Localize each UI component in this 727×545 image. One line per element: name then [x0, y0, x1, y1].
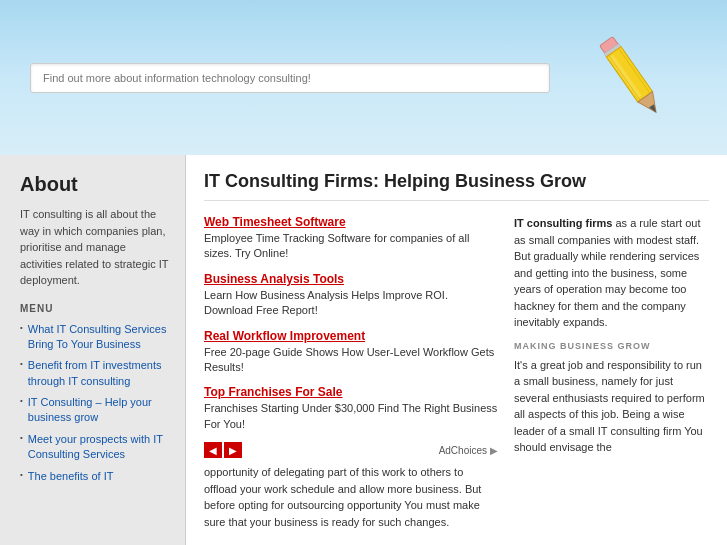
bullet-icon: • [20, 470, 23, 479]
ad-link-0[interactable]: Web Timesheet Software [204, 215, 498, 229]
list-item: • Benefit from IT investments through IT… [20, 358, 170, 389]
sidebar-item-benefit-from[interactable]: Benefit from IT investments through IT c… [28, 358, 170, 389]
bullet-icon: • [20, 433, 23, 442]
list-item: • What IT Consulting Services Bring To Y… [20, 322, 170, 353]
ad-link-1[interactable]: Business Analysis Tools [204, 272, 498, 286]
right-body-text: It's a great job and responsibility to r… [514, 357, 709, 456]
sidebar: About IT consulting is all about the way… [0, 155, 185, 545]
ad-prev-button[interactable]: ◀ [204, 442, 222, 458]
article-continuation: opportunity of delegating part of this w… [204, 464, 498, 530]
ad-choices-label: AdChoices [439, 445, 487, 456]
ad-desc-0: Employee Time Tracking Software for comp… [204, 231, 498, 262]
ad-desc-1: Learn How Business Analysis Helps Improv… [204, 288, 498, 319]
sidebar-item-meet-prospects[interactable]: Meet your prospects with IT Consulting S… [28, 432, 170, 463]
sidebar-menu: • What IT Consulting Services Bring To Y… [20, 322, 170, 485]
ad-nav-buttons: ◀ ▶ [204, 442, 242, 458]
ad-desc-3: Franchises Starting Under $30,000 Find T… [204, 401, 498, 432]
pencil-icon [567, 23, 697, 133]
article-left: Web Timesheet Software Employee Time Tra… [204, 215, 498, 530]
ad-item-1: Business Analysis Tools Learn How Busine… [204, 272, 498, 319]
ad-next-button[interactable]: ▶ [224, 442, 242, 458]
ad-link-3[interactable]: Top Franchises For Sale [204, 385, 498, 399]
article-columns: Web Timesheet Software Employee Time Tra… [204, 215, 709, 530]
article-area: IT Consulting Firms: Helping Business Gr… [185, 155, 727, 545]
header [0, 0, 727, 155]
ad-choices: AdChoices ▶ [439, 445, 498, 456]
right-intro-strong: IT consulting firms [514, 217, 612, 229]
ad-desc-2: Free 20-page Guide Shows How User-Level … [204, 345, 498, 376]
ad-nav-bar: ◀ ▶ AdChoices ▶ [204, 442, 498, 458]
sidebar-item-what-it-consulting[interactable]: What IT Consulting Services Bring To You… [28, 322, 170, 353]
list-item: • Meet your prospects with IT Consulting… [20, 432, 170, 463]
bullet-icon: • [20, 323, 23, 332]
bullet-icon: • [20, 396, 23, 405]
search-container[interactable] [30, 63, 550, 93]
sidebar-title: About [20, 173, 170, 196]
right-intro-rest: as a rule start out as small companies w… [514, 217, 700, 328]
making-business-label: MAKING BUSINESS GROW [514, 341, 709, 351]
right-intro-text: IT consulting firms as a rule start out … [514, 215, 709, 331]
sidebar-description: IT consulting is all about the way in wh… [20, 206, 170, 289]
ad-item-3: Top Franchises For Sale Franchises Start… [204, 385, 498, 432]
ad-link-2[interactable]: Real Workflow Improvement [204, 329, 498, 343]
sidebar-item-it-consulting-help[interactable]: IT Consulting – Help your business grow [28, 395, 170, 426]
ad-item-0: Web Timesheet Software Employee Time Tra… [204, 215, 498, 262]
ad-item-2: Real Workflow Improvement Free 20-page G… [204, 329, 498, 376]
main-content: About IT consulting is all about the way… [0, 155, 727, 545]
sidebar-item-benefits-of-it[interactable]: The benefits of IT [28, 469, 114, 484]
ad-choices-arrow-icon: ▶ [490, 445, 498, 456]
article-title: IT Consulting Firms: Helping Business Gr… [204, 171, 709, 201]
bullet-icon: • [20, 359, 23, 368]
article-right: IT consulting firms as a rule start out … [514, 215, 709, 530]
menu-label: MENU [20, 303, 170, 314]
search-input[interactable] [30, 63, 550, 93]
list-item: • The benefits of IT [20, 469, 170, 484]
list-item: • IT Consulting – Help your business gro… [20, 395, 170, 426]
